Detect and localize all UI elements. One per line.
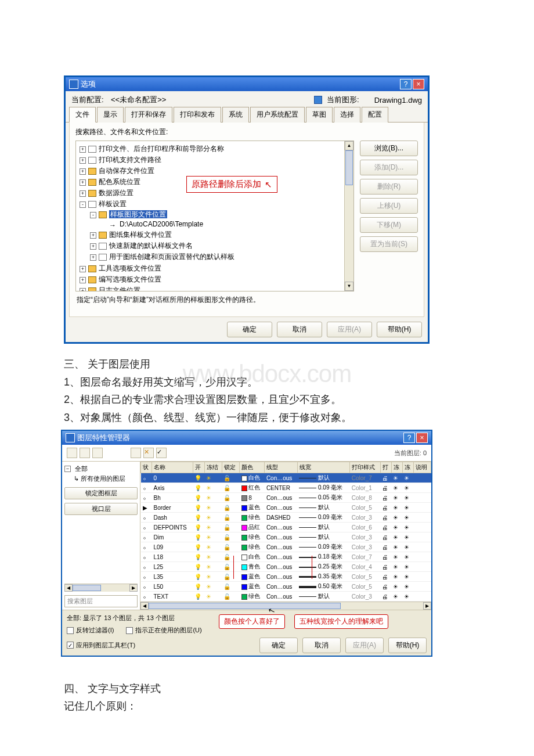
- side-button: 上移(U): [360, 198, 418, 214]
- tab-2[interactable]: 打开和保存: [125, 107, 172, 123]
- tab-0[interactable]: 文件: [69, 107, 96, 123]
- lock-titleblock-button[interactable]: 锁定图框层: [64, 487, 138, 499]
- new-filter-button[interactable]: [67, 448, 77, 458]
- tab-8[interactable]: 配置: [362, 107, 388, 123]
- tree-item-label[interactable]: 工具选项板文件位置: [99, 264, 161, 272]
- column-header[interactable]: 名称: [151, 462, 193, 473]
- footer-button[interactable]: 确定: [227, 322, 272, 337]
- expand-icon[interactable]: +: [80, 288, 86, 291]
- tab-6[interactable]: 草图: [306, 107, 333, 123]
- footer-button[interactable]: 帮助(H): [377, 322, 422, 337]
- layer-row[interactable]: ⬦0💡☀🔓 白色Con…ous 默认Color_7🖨☀☀: [141, 473, 431, 483]
- column-header[interactable]: 说明: [413, 462, 431, 473]
- path-tree[interactable]: +打印文件、后台打印程序和前导部分名称+打印机支持文件路径+自动保存文件位置+配…: [75, 141, 354, 291]
- expand-icon[interactable]: -: [80, 201, 86, 208]
- column-header[interactable]: 线宽: [297, 462, 350, 473]
- help-button[interactable]: ?: [400, 79, 412, 89]
- scroll-up-icon[interactable]: ▲: [345, 141, 353, 150]
- layer-footer-button[interactable]: 帮助(H): [388, 638, 427, 653]
- invert-filter-checkbox[interactable]: 反转过滤器(I): [67, 626, 114, 635]
- expand-icon[interactable]: +: [80, 190, 86, 197]
- expand-icon[interactable]: +: [90, 254, 96, 261]
- tab-5[interactable]: 用户系统配置: [250, 107, 305, 123]
- apply-toolbar-checkbox[interactable]: ✓应用到图层工具栏(T): [67, 641, 135, 650]
- filter-tree[interactable]: −全部 ↳所有使用的图层: [64, 464, 138, 484]
- delete-layer-button[interactable]: ✕: [143, 448, 154, 458]
- column-header[interactable]: 线型: [265, 462, 297, 473]
- expand-icon[interactable]: +: [80, 168, 86, 175]
- side-button[interactable]: 浏览(B)...: [360, 141, 418, 156]
- layer-row[interactable]: ⬦L18💡☀🔓 白色Con…ous 0.18 毫米Color_7🖨☀☀: [141, 552, 431, 562]
- scroll-thumb[interactable]: [345, 150, 353, 185]
- layer-close-button[interactable]: ×: [416, 433, 428, 443]
- indicate-inuse-checkbox[interactable]: 指示正在使用的图层(U): [126, 626, 201, 635]
- tab-7[interactable]: 选择: [334, 107, 360, 123]
- column-header[interactable]: 颜色: [240, 462, 265, 473]
- layer-help-button[interactable]: ?: [403, 433, 415, 443]
- layer-row[interactable]: ⬦L50💡☀🔓 蓝色Con…ous 0.50 毫米Color_5🖨☀☀: [141, 582, 431, 592]
- layer-footer-button[interactable]: 确定: [259, 638, 298, 653]
- layer-row[interactable]: ⬦L09💡☀🔓 绿色Con…ous 0.09 毫米Color_3🖨☀☀: [141, 542, 431, 552]
- layer-row[interactable]: ⬦Axis💡☀🔓 红色CENTER 0.09 毫米Color_1🖨☀☀: [141, 483, 431, 493]
- tree-item-label[interactable]: 快速新建的默认样板文件名: [109, 242, 193, 250]
- filter-used[interactable]: 所有使用的图层: [81, 474, 125, 483]
- tree-item-label[interactable]: 数据源位置: [99, 189, 134, 197]
- expand-icon[interactable]: +: [80, 157, 86, 164]
- expand-icon[interactable]: +: [90, 232, 96, 239]
- viewport-layer-button[interactable]: 视口层: [64, 503, 138, 515]
- grid-hscroll[interactable]: ◀▶: [140, 602, 431, 610]
- sidebar-hscroll[interactable]: ◀▶: [64, 584, 138, 592]
- expand-icon[interactable]: +: [80, 179, 86, 186]
- expand-icon[interactable]: -: [90, 212, 96, 218]
- column-header[interactable]: 状: [141, 462, 152, 473]
- column-header[interactable]: 冻: [402, 462, 413, 473]
- expand-icon[interactable]: +: [80, 277, 86, 283]
- layer-row[interactable]: ⬦Dim💡☀🔓 绿色Con…ous 默认Color_3🖨☀☀: [141, 532, 431, 542]
- close-button[interactable]: ×: [413, 79, 424, 89]
- expand-icon[interactable]: +: [90, 243, 96, 250]
- tree-item-label[interactable]: D:\AutoCAD2006\Template: [120, 220, 203, 228]
- tree-item-label[interactable]: 图纸集样板文件位置: [109, 231, 172, 239]
- tree-item-label[interactable]: 编写选项板文件位置: [99, 275, 161, 283]
- tree-item-label[interactable]: 打印机支持文件路径: [99, 156, 161, 164]
- tree-item-label[interactable]: 打印文件、后台打印程序和前导部分名称: [99, 145, 224, 153]
- filter-all[interactable]: 全部: [75, 465, 88, 473]
- layer-footer-button[interactable]: 取消: [302, 638, 341, 653]
- tree-item-label[interactable]: 用于图纸创建和页面设置替代的默认样板: [109, 253, 234, 261]
- tree-item-label[interactable]: 样板图形文件位置: [109, 210, 167, 218]
- expand-icon[interactable]: +: [80, 266, 86, 272]
- scroll-down-icon[interactable]: ▼: [345, 282, 353, 291]
- new-layer-button[interactable]: [131, 448, 141, 458]
- tree-scrollbar[interactable]: ▲ ▼: [344, 141, 353, 291]
- layer-states-button[interactable]: [92, 448, 103, 458]
- layer-row[interactable]: ⬦TEXT💡☀🔓 绿色Con…ous 默认Color_3🖨☀☀: [141, 592, 431, 602]
- layer-row[interactable]: ⬦L35💡☀🔓 蓝色Con…ous 0.35 毫米Color_5🖨☀☀: [141, 572, 431, 582]
- layer-grid[interactable]: 状名称开冻结锁定颜色线型线宽打印样式打冻冻说明 ⬦0💡☀🔓 白色Con…ous …: [140, 462, 431, 610]
- column-header[interactable]: 锁定: [222, 462, 239, 473]
- layer-row[interactable]: ⬦Bh💡☀🔓 8Con…ous 0.05 毫米Color_8🖨☀☀: [141, 493, 431, 503]
- tree-item-label[interactable]: 日志文件位置: [99, 286, 140, 291]
- expand-icon[interactable]: −: [64, 466, 71, 472]
- layer-row[interactable]: ⬦L25💡☀🔓 青色Con…ous 0.25 毫米Color_4🖨☀☀: [141, 562, 431, 572]
- layer-row[interactable]: ⬦DEFPOINTS💡☀🔓 品红Con…ous 默认Color_6🖨☀☀: [141, 523, 431, 532]
- column-header[interactable]: 开: [193, 462, 204, 473]
- layer-row[interactable]: ⬦Dash💡☀🔓 绿色DASHED 0.09 毫米Color_3🖨☀☀: [141, 513, 431, 523]
- layer-row[interactable]: ▶Border💡☀🔒 蓝色Con…ous 默认Color_5🖨☀☀: [141, 503, 431, 513]
- column-header[interactable]: 冻: [391, 462, 402, 473]
- footer-button[interactable]: 应用(A): [327, 322, 372, 337]
- tab-3[interactable]: 打印和发布: [174, 107, 221, 123]
- layer-footer-button[interactable]: 应用(A): [345, 638, 384, 653]
- tree-item-label[interactable]: 样板设置: [99, 200, 127, 208]
- tab-4[interactable]: 系统: [222, 107, 249, 123]
- footer-button[interactable]: 取消: [277, 322, 322, 337]
- set-current-button[interactable]: ✓: [156, 448, 167, 458]
- tree-item-label[interactable]: 自动保存文件位置: [99, 167, 154, 175]
- expand-icon[interactable]: +: [80, 146, 86, 153]
- tab-1[interactable]: 显示: [97, 107, 124, 123]
- tree-item-label[interactable]: 配色系统位置: [99, 178, 140, 186]
- new-group-button[interactable]: [80, 448, 90, 458]
- column-header[interactable]: 冻结: [204, 462, 222, 473]
- search-layer-input[interactable]: 搜索图层: [64, 595, 138, 607]
- column-header[interactable]: 打: [380, 462, 391, 473]
- column-header[interactable]: 打印样式: [350, 462, 381, 473]
